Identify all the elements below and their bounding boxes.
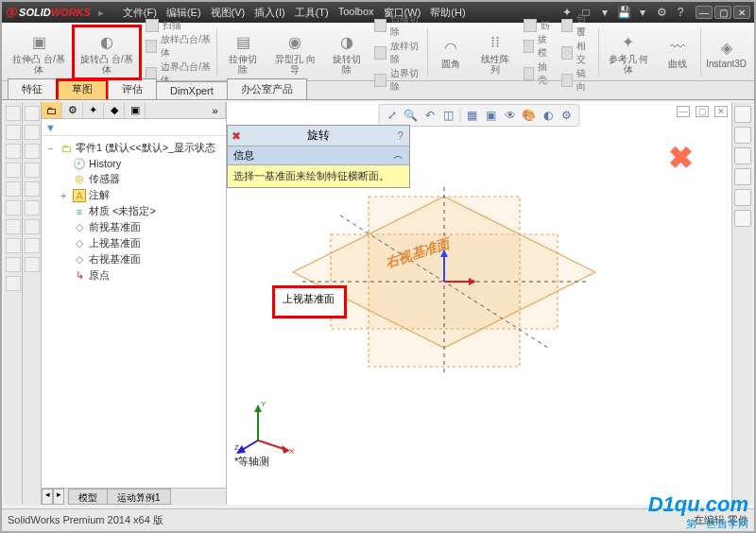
doc-close[interactable]: ✕	[714, 106, 728, 117]
tab-features[interactable]: 特征	[8, 78, 57, 99]
tool-2[interactable]	[6, 125, 21, 140]
tool-b1[interactable]	[25, 106, 40, 121]
tool-5[interactable]	[6, 181, 21, 197]
boundary-cut-button[interactable]: 边界切除	[374, 67, 421, 94]
fm-tab-2[interactable]: ⚙	[62, 102, 83, 118]
taskpane-explorer-icon[interactable]	[734, 147, 751, 164]
tab-dimxpert[interactable]: DimXpert	[156, 81, 228, 99]
curves-button[interactable]: 〰 曲线	[657, 25, 698, 80]
apply-scene-icon[interactable]: ◐	[540, 107, 557, 124]
fm-tab-arrow[interactable]: »	[205, 102, 226, 118]
menu-tools[interactable]: 工具(T)	[295, 6, 329, 20]
tool-b7[interactable]	[25, 219, 40, 234]
tree-root[interactable]: −🗀零件1 (默认<<默认>_显示状态	[43, 140, 224, 156]
menu-edit[interactable]: 编辑(E)	[166, 6, 201, 20]
wrap-button[interactable]: 包覆	[561, 12, 593, 39]
tool-b4[interactable]	[25, 163, 40, 178]
revolve-cut-button[interactable]: ◑ 旋转切 除	[323, 25, 371, 80]
print-icon[interactable]: ▾	[635, 5, 650, 20]
tool-4[interactable]	[6, 163, 21, 178]
fm-tab-4[interactable]: ◆	[104, 102, 125, 118]
bottom-tab-model[interactable]: 模型	[68, 489, 108, 505]
rib-button[interactable]: 筋	[524, 19, 555, 32]
minimize-button[interactable]: —	[696, 6, 713, 19]
graphics-viewport[interactable]: ⤢ 🔍 ↶ ◫ ▦ ▣ 👁 🎨 ◐ ⚙ — ▢ ✕ ✖ 旋转 ? 信息︿	[227, 102, 731, 505]
maximize-button[interactable]: ▢	[714, 6, 731, 19]
scene-icon[interactable]: 🎨	[521, 107, 538, 124]
options-icon[interactable]: ⚙	[654, 5, 669, 20]
cancel-x-icon[interactable]: ✖	[668, 140, 694, 176]
view-orientation-icon[interactable]: ▦	[464, 107, 481, 124]
prev-view-icon[interactable]: ↶	[421, 107, 438, 124]
shell-button[interactable]: 抽壳	[524, 60, 555, 87]
tree-plane-right[interactable]: ◇右视基准面	[43, 251, 224, 267]
swept-cut-button[interactable]: 扫描切除	[374, 12, 421, 39]
taskpane-library-icon[interactable]	[734, 127, 751, 144]
help-icon[interactable]: ?	[673, 5, 688, 20]
tab-office[interactable]: 办公室产品	[227, 78, 307, 99]
zoom-fit-icon[interactable]: ⤢	[384, 107, 401, 124]
menu-file[interactable]: 文件(F)	[123, 6, 157, 20]
bottom-tab-motion[interactable]: 运动算例1	[107, 489, 171, 505]
draft-button[interactable]: 拔模	[524, 33, 555, 60]
fm-filter[interactable]: ▼	[42, 119, 226, 136]
doc-maximize[interactable]: ▢	[696, 106, 709, 117]
tool-b8[interactable]	[25, 238, 40, 253]
menu-help[interactable]: 帮助(H)	[430, 6, 465, 20]
tool-8[interactable]	[6, 238, 21, 253]
tool-b9[interactable]	[25, 257, 40, 272]
open-icon[interactable]: ▾	[597, 5, 612, 20]
close-button[interactable]: ✕	[733, 6, 750, 19]
taskpane-view-icon[interactable]	[734, 168, 751, 185]
menu-insert[interactable]: 插入(I)	[254, 6, 284, 20]
loft-boss-button[interactable]: 放样凸台/基体	[146, 33, 211, 60]
extrude-boss-button[interactable]: ▣ 拉伸凸 台/基体	[6, 25, 72, 80]
tool-b5[interactable]	[25, 181, 40, 197]
taskpane-home-icon[interactable]	[734, 106, 751, 123]
ref-geometry-button[interactable]: ✦ 参考几 何体	[600, 25, 656, 80]
tool-b3[interactable]	[25, 144, 40, 159]
tool-1[interactable]	[6, 106, 21, 121]
tool-b6[interactable]	[25, 200, 40, 215]
fm-tab-3[interactable]: ✦	[83, 102, 104, 118]
doc-minimize[interactable]: —	[677, 106, 690, 117]
taskpane-custom-icon[interactable]	[734, 210, 751, 227]
tree-material[interactable]: ≡材质 <未指定>	[43, 203, 224, 219]
fillet-button[interactable]: ◠ 圆角	[430, 25, 472, 80]
pm-cancel-icon[interactable]: ✖	[232, 129, 241, 143]
intersect-button[interactable]: 相交	[561, 40, 593, 66]
tree-plane-top[interactable]: ◇上视基准面	[43, 235, 224, 251]
fm-tab-tree[interactable]: 🗀	[42, 102, 62, 118]
hide-show-icon[interactable]: 👁	[502, 107, 519, 124]
tool-7[interactable]	[6, 219, 21, 234]
zoom-area-icon[interactable]: 🔍	[403, 107, 420, 124]
tool-b2[interactable]	[25, 125, 40, 140]
tree-history[interactable]: 🕘History	[43, 156, 224, 171]
hole-wizard-button[interactable]: ◉ 异型孔 向导	[267, 25, 323, 80]
linear-pattern-button[interactable]: ⁞⁞ 线性阵 列	[472, 25, 520, 80]
menu-view[interactable]: 视图(V)	[211, 6, 246, 20]
tree-sensors[interactable]: ◎传感器	[43, 171, 224, 187]
tool-10[interactable]	[6, 276, 21, 291]
tool-9[interactable]	[6, 257, 21, 272]
mirror-button[interactable]: 镜向	[561, 67, 593, 94]
tab-evaluate[interactable]: 评估	[108, 78, 157, 99]
loft-cut-button[interactable]: 放样切除	[374, 40, 421, 66]
fm-tab-scroll[interactable]: ◂▸	[42, 489, 64, 505]
tree-origin[interactable]: ↳原点	[43, 267, 224, 284]
swept-boss-button[interactable]: 扫描	[146, 19, 211, 32]
tree-plane-front[interactable]: ◇前视基准面	[43, 219, 224, 235]
tree-annotations[interactable]: +A注解	[43, 187, 224, 203]
tool-3[interactable]	[6, 144, 21, 159]
section-view-icon[interactable]: ◫	[440, 107, 457, 124]
revolve-boss-button[interactable]: ◐ 旋转凸 台/基体	[72, 25, 142, 80]
pm-help-icon[interactable]: ?	[397, 129, 404, 143]
tab-sketch[interactable]: 草图	[56, 78, 109, 99]
menu-toolbox[interactable]: Toolbox	[338, 6, 374, 20]
instant3d-button[interactable]: ◈ Instant3D	[702, 25, 750, 80]
view-settings-icon[interactable]: ⚙	[558, 107, 576, 124]
save-icon[interactable]: 💾	[616, 5, 631, 20]
taskpane-appearance-icon[interactable]	[734, 189, 751, 206]
extrude-cut-button[interactable]: ▤ 拉伸切 除	[219, 25, 267, 80]
tool-6[interactable]	[6, 200, 21, 215]
